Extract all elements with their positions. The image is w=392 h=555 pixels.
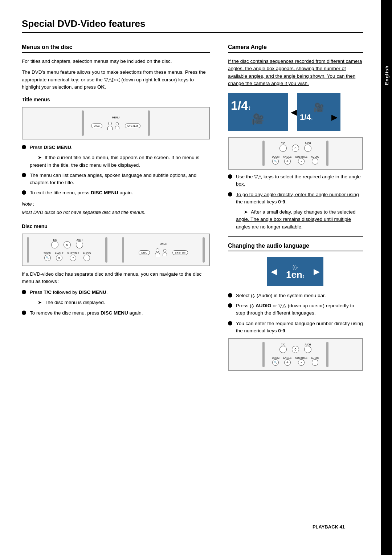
audio-remote-diagram: T/C . 0 A/CH xyxy=(228,338,363,371)
list-item-press-disc: Press DISC MENU. xyxy=(22,144,210,151)
side-tab: English xyxy=(381,0,392,555)
audio-heading: Changing the audio language xyxy=(228,243,363,251)
note-label: Note : xyxy=(22,200,210,208)
list-item-press-tc: Press T/C followed by DISC MENU. xyxy=(22,289,210,296)
title-menus-list: Press DISC MENU. ➤If the current title h… xyxy=(22,144,210,197)
menus-intro1: For titles and chapters, selection menus… xyxy=(22,58,210,65)
audio-language-list: Select ((ᵢ (Audio) in the system menu ba… xyxy=(228,292,363,335)
disc-menu-list: Press T/C followed by DISC MENU. ➤The di… xyxy=(22,289,210,317)
camera-heading: Camera Angle xyxy=(228,44,363,53)
list-item-select-audio: Select ((ᵢ (Audio) in the system menu ba… xyxy=(228,292,363,299)
disc-menu-diagram: T/C . 0 A/CH xyxy=(22,234,210,266)
camera-angle-list: Use the ▽△ keys to select the required a… xyxy=(228,173,363,231)
camera-intro: If the disc contains sequences recorded … xyxy=(228,58,363,87)
list-item-exit: To exit the title menu, press DISC MENU … xyxy=(22,189,210,197)
page-footer: PLAYBACK 41 xyxy=(22,520,363,537)
list-item-enter-language: You can enter the required language numb… xyxy=(228,320,363,335)
list-item-menu-can: The menu can list camera angles, spoken … xyxy=(22,172,210,187)
left-column: Menus on the disc For titles and chapter… xyxy=(22,44,210,520)
right-column: Camera Angle If the disc contains sequen… xyxy=(228,44,363,520)
list-item-arrow-if: ➤If the current title has a menu, this a… xyxy=(30,154,210,169)
page-title: Special DVD-Video features xyxy=(22,18,363,33)
menus-heading: Menus on the disc xyxy=(22,44,210,53)
disc-menu-heading: Disc menu xyxy=(22,223,210,229)
camera-angle-display: 1/4↕ 🎥 ◀ 🎥 1/4↕ ▶ xyxy=(228,93,363,131)
note-text: Most DVD discs do not have separate disc… xyxy=(22,209,210,216)
side-tab-label: English xyxy=(384,65,389,85)
list-item-go-any-angle: To go to any angle directly, enter the a… xyxy=(228,191,363,206)
list-item-use-keys: Use the ▽△ keys to select the required a… xyxy=(228,173,363,188)
disc-menu-intro: If a DVD-video disc has separate disc an… xyxy=(22,271,210,285)
list-item-arrow-disc-displayed: ➤The disc menu is displayed. xyxy=(30,299,210,306)
list-item-remove-disc: To remove the disc menu, press DISC MENU… xyxy=(22,309,210,317)
main-content: Special DVD-Video features Menus on the … xyxy=(0,0,381,555)
audio-language-display: ◀ ((ᵢ· 1en↕ ▶ xyxy=(228,257,363,286)
list-item-press-audio: Press ((ᵢ AUDIO or ▽△ (down up cursor) r… xyxy=(228,302,363,317)
camera-remote-diagram: T/C . 0 A/CH xyxy=(228,137,363,170)
list-item-arrow-after-delay: ➤After a small delay, play changes to th… xyxy=(236,208,363,231)
two-column-layout: Menus on the disc For titles and chapter… xyxy=(22,44,363,520)
menus-intro2: The DVD's menu feature allows you to mak… xyxy=(22,69,210,91)
title-menus-heading: Title menus xyxy=(22,97,210,102)
title-menu-diagram: MENU DISC xyxy=(22,107,210,139)
footer-text: PLAYBACK 41 xyxy=(313,524,345,530)
